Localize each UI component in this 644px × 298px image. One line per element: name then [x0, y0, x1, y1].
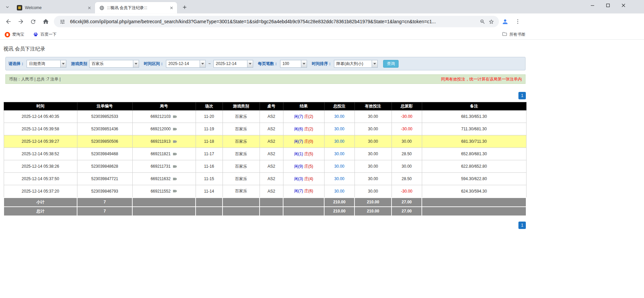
- chevron-down-icon[interactable]: [200, 60, 205, 67]
- star-icon: [488, 19, 494, 25]
- round-cell: 669211913: [132, 135, 196, 148]
- bet-time-cell: 2025-12-14 05:40:35: [4, 110, 77, 123]
- round-cell: 669211821: [132, 148, 196, 160]
- bookmarks-bar: 爱淘宝 百度一下 所有书签: [0, 30, 644, 40]
- zoom-button[interactable]: [478, 17, 487, 26]
- round-number: 669211821: [150, 152, 170, 156]
- column-header: 总派彩: [392, 102, 422, 110]
- close-icon[interactable]: [86, 5, 92, 11]
- menu-button[interactable]: [512, 16, 523, 28]
- total-bet-link[interactable]: 30.00: [324, 160, 354, 173]
- column-header: 结果: [283, 102, 324, 110]
- player-result: 闲(6): [294, 127, 303, 131]
- bookmark-label: 百度一下: [40, 32, 57, 37]
- tab-bet-record[interactable]: :::视讯 会员下注纪录:::: [95, 2, 177, 13]
- player-result: 闲(1): [294, 152, 303, 156]
- camera-icon[interactable]: [172, 152, 177, 157]
- close-window-button[interactable]: [616, 0, 631, 11]
- profile-avatar[interactable]: [499, 16, 511, 28]
- table-number-cell: AS2: [260, 110, 283, 123]
- camera-icon[interactable]: [172, 164, 177, 169]
- info-bar: 币别：人民币 | 总共 :7 注单 | 同局有效投注，统一计算在该局第一张注单内: [5, 74, 526, 84]
- page-1-button[interactable]: 1: [518, 222, 526, 229]
- camera-icon[interactable]: [172, 189, 177, 194]
- total-bet-link[interactable]: 30.00: [324, 148, 354, 160]
- total-bet-link[interactable]: 30.00: [324, 123, 354, 135]
- bookmark-baidu[interactable]: 百度一下: [33, 32, 57, 37]
- maximize-button[interactable]: [600, 0, 616, 11]
- remark-cell: 622.80/652.80: [422, 160, 526, 173]
- total-bet-link[interactable]: 30.00: [324, 135, 354, 148]
- date-to-select[interactable]: 2025-12-14: [213, 60, 253, 68]
- page-size-select[interactable]: 100: [280, 60, 307, 68]
- remark-cell: 681.30/711.30: [422, 135, 526, 148]
- close-icon: [621, 3, 625, 7]
- close-icon[interactable]: [168, 5, 174, 11]
- total-bet-link[interactable]: 30.00: [324, 185, 354, 198]
- reload-button[interactable]: [27, 16, 39, 28]
- banker-result: 庄(2): [304, 114, 313, 119]
- home-button[interactable]: [40, 16, 52, 28]
- player-result: 闲(7): [294, 114, 303, 119]
- result-cell: 闲(9) 庄(5): [283, 160, 324, 173]
- total-bet-link[interactable]: 30.00: [324, 173, 354, 185]
- site-info-button[interactable]: [58, 17, 67, 26]
- search-button[interactable]: 查询: [383, 60, 399, 68]
- bet-time-cell: 2025-12-14 05:37:50: [4, 173, 77, 185]
- minimize-icon: [590, 3, 595, 7]
- bookmark-aitaobao[interactable]: 爱淘宝: [5, 32, 24, 37]
- chevron-down-icon[interactable]: [247, 60, 253, 67]
- forward-button[interactable]: [15, 16, 27, 28]
- camera-icon[interactable]: [172, 114, 177, 119]
- summary-cell: 27.00: [392, 198, 422, 207]
- camera-icon[interactable]: [172, 139, 177, 144]
- globe-icon: [99, 5, 104, 10]
- round-wrap: 669211552: [150, 189, 177, 194]
- table-number-cell: AS2: [260, 185, 283, 198]
- total-bet-link[interactable]: 30.00: [324, 110, 354, 123]
- sort-order-select[interactable]: 降幂(由大到小): [334, 60, 378, 68]
- player-result: 闲(9): [294, 164, 303, 169]
- camera-icon[interactable]: [172, 127, 177, 132]
- zoom-in-icon: [480, 19, 485, 25]
- camera-icon[interactable]: [172, 176, 177, 181]
- player-result: 闲(7): [294, 189, 303, 193]
- column-header: 局号: [132, 102, 196, 110]
- round-wrap: 669211821: [150, 152, 177, 157]
- banker-result: 庄(4): [304, 176, 313, 181]
- session-cell: 11-14: [196, 185, 223, 198]
- bet-number-cell: 523039846793: [77, 185, 132, 198]
- summary-cell: [223, 207, 260, 216]
- reload-icon: [30, 19, 36, 25]
- address-bar[interactable]: 66cxkj98.com/ipl/portal.php/game/betreco…: [54, 16, 499, 27]
- bet-time-cell: 2025-12-14 05:39:58: [4, 123, 77, 135]
- back-button[interactable]: [2, 16, 14, 28]
- chevron-down-icon[interactable]: [372, 60, 377, 67]
- all-bookmarks-button[interactable]: 所有书签: [502, 31, 526, 38]
- tab-search-button[interactable]: [3, 2, 12, 12]
- summary-row: 总计7210.00210.0027.00: [4, 207, 526, 216]
- bet-number-cell: 523039849468: [77, 148, 132, 160]
- new-tab-button[interactable]: [180, 2, 189, 12]
- round-wrap: 669212000: [150, 127, 177, 132]
- back-arrow-icon: [5, 18, 12, 25]
- page-1-button[interactable]: 1: [518, 92, 526, 99]
- column-header: 游戏类别: [223, 102, 260, 110]
- chevron-down-icon[interactable]: [301, 60, 307, 67]
- select-value: 2025-12-14: [166, 60, 200, 67]
- bookmark-page-button[interactable]: [487, 17, 496, 26]
- round-number: 669211552: [150, 189, 170, 194]
- result-cell: 闲(7) 庄(0): [283, 135, 324, 148]
- tab-welcome[interactable]: Welcome: [13, 2, 95, 13]
- minimize-button[interactable]: [585, 0, 600, 11]
- game-category-select[interactable]: 百家乐: [89, 60, 139, 68]
- chevron-down-icon[interactable]: [60, 60, 66, 67]
- date-from-select[interactable]: 2025-12-14: [166, 60, 206, 68]
- baidu-paw-icon: [33, 32, 38, 37]
- payout-cell: 28.50: [392, 148, 422, 160]
- all-bookmarks-label: 所有书签: [509, 32, 526, 37]
- query-type-select[interactable]: 日期查询: [27, 60, 66, 68]
- chevron-down-icon[interactable]: [133, 60, 139, 67]
- summary-cell: [260, 207, 283, 216]
- session-cell: 11-17: [196, 148, 223, 160]
